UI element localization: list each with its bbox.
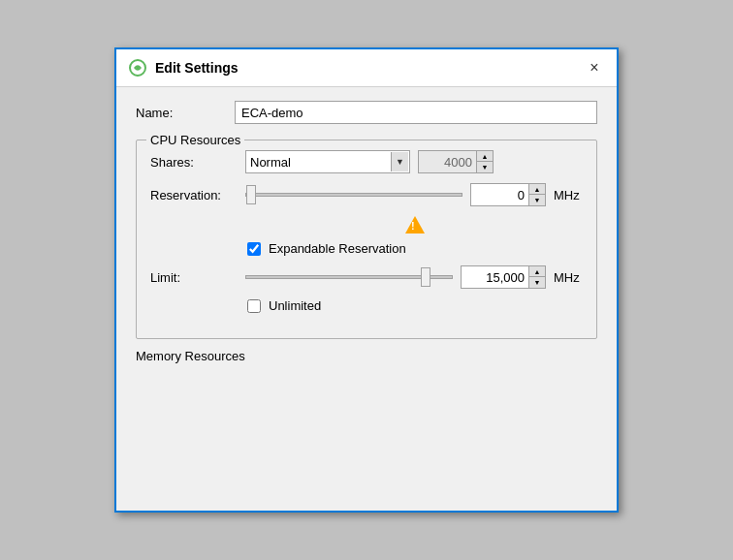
limit-spin-down[interactable]: ▼ (529, 277, 545, 288)
dialog-body: Name: CPU Resources Shares: Low Normal H… (116, 87, 617, 511)
limit-spinbox: ▲ ▼ (461, 265, 546, 289)
reservation-spin-up[interactable]: ▲ (529, 184, 545, 195)
reservation-slider-container (245, 183, 462, 206)
reservation-row: Reservation: ▲ ▼ MHz (150, 183, 583, 206)
shares-row: Shares: Low Normal High Custom ▼ ▲ ▼ (150, 150, 583, 173)
limit-value-input[interactable] (461, 265, 528, 289)
shares-number-input[interactable] (418, 150, 476, 173)
reservation-spin-down[interactable]: ▼ (529, 195, 545, 205)
limit-row: Limit: ▲ ▼ MHz (150, 265, 583, 289)
limit-slider-container (245, 265, 453, 289)
cpu-resources-section: CPU Resources Shares: Low Normal High Cu… (136, 140, 597, 339)
close-button[interactable]: × (584, 57, 605, 78)
reservation-spin-buttons: ▲ ▼ (528, 183, 546, 206)
shares-spin-up[interactable]: ▲ (477, 151, 493, 162)
limit-label: Limit: (150, 270, 238, 285)
unlimited-label[interactable]: Unlimited (269, 298, 321, 313)
name-label: Name: (136, 106, 223, 120)
warning-icon (405, 216, 425, 233)
reservation-unit-label: MHz (554, 188, 583, 202)
unlimited-checkbox-row: Unlimited (247, 298, 583, 313)
limit-spin-buttons: ▲ ▼ (528, 265, 546, 289)
memory-section-hint: Memory Resources (136, 349, 597, 363)
title-bar-left: Edit Settings (128, 58, 239, 78)
name-input[interactable] (235, 101, 597, 124)
reservation-slider[interactable] (245, 193, 462, 197)
shares-dropdown-wrapper[interactable]: Low Normal High Custom ▼ (245, 150, 410, 173)
reservation-label: Reservation: (150, 188, 238, 202)
limit-spin-up[interactable]: ▲ (529, 266, 545, 277)
dialog-title: Edit Settings (155, 60, 239, 76)
limit-unit-label: MHz (554, 270, 583, 285)
cpu-section-legend: CPU Resources (146, 133, 244, 147)
svg-point-1 (136, 66, 140, 70)
name-row: Name: (136, 101, 597, 124)
shares-spin-buttons: ▲ ▼ (476, 150, 494, 173)
edit-settings-dialog: Edit Settings × Name: CPU Resources Shar… (114, 47, 619, 513)
shares-spinbox: ▲ ▼ (418, 150, 494, 173)
dialog-icon (128, 58, 147, 78)
unlimited-checkbox[interactable] (247, 299, 261, 313)
shares-label: Shares: (150, 155, 238, 170)
reservation-slider-thumb[interactable] (246, 185, 256, 204)
title-bar: Edit Settings × (116, 49, 617, 87)
shares-select[interactable]: Low Normal High Custom (245, 150, 410, 173)
limit-slider-thumb[interactable] (421, 267, 430, 287)
expandable-checkbox[interactable] (247, 242, 261, 256)
limit-slider[interactable] (245, 275, 453, 279)
expandable-label[interactable]: Expandable Reservation (269, 241, 406, 256)
reservation-spinbox: ▲ ▼ (470, 183, 546, 206)
reservation-value-input[interactable] (470, 183, 528, 206)
shares-spin-down[interactable]: ▼ (477, 162, 493, 172)
expandable-checkbox-row: Expandable Reservation (247, 241, 583, 256)
warning-row (247, 216, 583, 233)
